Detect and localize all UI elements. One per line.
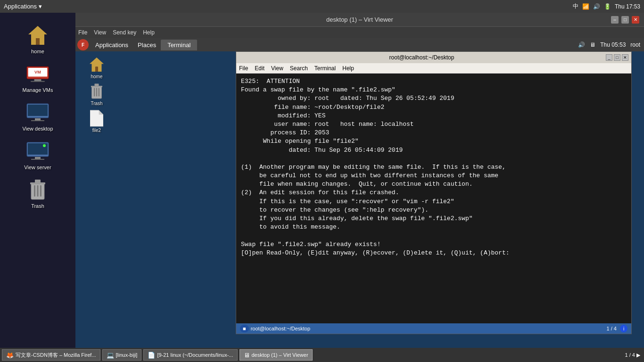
manage-vms-label: Manage VMs: [23, 87, 53, 93]
virt-menu-help[interactable]: Help: [143, 29, 155, 36]
inner-user: root: [630, 41, 640, 48]
virt-viewer-title: desktop (1) – Virt Viewer: [108, 16, 611, 23]
trash-desktop-label: Trash: [31, 203, 44, 209]
inner-volume-icon: 🔊: [578, 41, 585, 48]
virt-viewer-titlebar: desktop (1) – Virt Viewer – □ ✕: [75, 13, 644, 27]
taskbar-linux-docs[interactable]: 📄 [9-21 linux (~/Documents/linux-...: [143, 349, 237, 361]
inner-file2-label: file2: [92, 128, 101, 133]
terminal-menu-file[interactable]: File: [239, 65, 248, 72]
terminal-info-icon: i: [620, 325, 627, 332]
firefox-taskbar-label: 写文章-CSDN博客 – Mozilla Firef...: [16, 352, 96, 359]
virt-maximize-button[interactable]: □: [621, 16, 629, 24]
virt-viewer-menubar: File View Send key Help: [75, 27, 644, 38]
terminal-status-text: root@localhost:~/Desktop: [251, 326, 310, 331]
home-icon: [26, 24, 49, 47]
taskbar-right: 1 / 4 ▶: [625, 352, 642, 358]
desktop-icon-view-server[interactable]: View server: [9, 138, 66, 172]
terminal-close-button[interactable]: ✕: [622, 54, 628, 61]
virt-minimize-button[interactable]: –: [611, 16, 619, 24]
taskbar-linux-biji[interactable]: 💻 [linux-biji]: [102, 349, 142, 361]
virt-menu-sendkey[interactable]: Send key: [113, 29, 136, 36]
outer-top-panel: Applications ▾ 中 📶 🔊 🔋 Thu 17:53: [0, 0, 644, 13]
inner-icon-home[interactable]: home: [80, 56, 113, 79]
desktop-icon-view-desktop[interactable]: View desktop: [9, 99, 66, 133]
virt-menu-view[interactable]: View: [94, 29, 106, 36]
inner-icon-trash[interactable]: Trash: [80, 83, 113, 106]
inner-trash-label: Trash: [91, 101, 102, 106]
outer-apps-arrow: ▾: [39, 3, 42, 10]
terminal-maximize-button[interactable]: □: [614, 54, 620, 61]
outer-input-method: 中: [573, 2, 578, 10]
view-server-icon: [26, 140, 49, 163]
vm-icon: VM: [26, 63, 49, 85]
taskbar-firefox[interactable]: 🦊 写文章-CSDN博客 – Mozilla Firef...: [2, 349, 100, 361]
svg-rect-19: [34, 185, 35, 197]
outer-panel-right: 中 📶 🔊 🔋 Thu 17:53: [573, 2, 644, 10]
inner-apps-menu[interactable]: Applications: [91, 38, 133, 51]
svg-marker-30: [90, 110, 103, 126]
terminal-content: E325: ATTENTION Found a swap file by the…: [236, 74, 631, 323]
terminal-window: root@localhost:~/Desktop _ □ ✕ File Edit…: [236, 51, 632, 334]
inner-desktop-icons: home Trash file2: [75, 51, 118, 138]
terminal-menu-help[interactable]: Help: [342, 65, 354, 72]
view-desktop-label: View desktop: [22, 126, 53, 132]
inner-panel-right: 🔊 🖥 Thu 05:53 root: [578, 41, 644, 48]
svg-rect-29: [99, 88, 99, 97]
inner-home-icon: [88, 56, 105, 73]
desktop-icon-area: home VM Manage VMs View desktop: [0, 13, 75, 211]
trash-icon: [26, 179, 49, 201]
svg-rect-1: [36, 38, 40, 45]
inner-apps-label: Applications: [95, 41, 128, 49]
svg-rect-8: [28, 105, 48, 116]
virt-menu-file[interactable]: File: [78, 29, 87, 36]
svg-rect-28: [96, 88, 97, 97]
virt-close-button[interactable]: ✕: [632, 16, 639, 24]
inner-terminal-tab[interactable]: Terminal: [161, 40, 197, 50]
desktop-icon-home[interactable]: home: [9, 22, 66, 56]
outer-battery-icon: 🔋: [604, 3, 611, 10]
outer-wifi-icon: 📶: [582, 3, 589, 10]
outer-apps-menu[interactable]: Applications ▾: [0, 3, 46, 10]
virt-viewer-window: desktop (1) – Virt Viewer – □ ✕ File Vie…: [75, 13, 644, 362]
taskbar-virt-viewer[interactable]: 🖥 desktop (1) – Virt Viewer: [239, 349, 313, 361]
terminal-tab-indicator: ■: [240, 325, 249, 332]
svg-rect-5: [31, 81, 45, 82]
taskbar: 🦊 写文章-CSDN博客 – Mozilla Firef... 💻 [linux…: [0, 348, 644, 362]
view-server-label: View server: [24, 165, 51, 170]
svg-rect-20: [37, 185, 39, 197]
inner-file2-icon: [90, 110, 103, 127]
inner-icon-file2[interactable]: file2: [80, 110, 113, 133]
inner-top-panel: F Applications Places Terminal 🔊 🖥 Thu 0…: [75, 38, 644, 51]
terminal-menu-terminal[interactable]: Terminal: [314, 65, 336, 72]
home-icon-label: home: [31, 49, 44, 54]
virt-viewer-controls: – □ ✕: [611, 16, 639, 24]
svg-rect-27: [94, 88, 95, 97]
terminal-menu-search[interactable]: Search: [290, 65, 308, 72]
inner-terminal-label: Terminal: [167, 41, 190, 49]
terminal-menu-view[interactable]: View: [271, 65, 283, 72]
view-desktop-icon: [26, 101, 49, 124]
inner-places-menu[interactable]: Places: [133, 38, 161, 51]
fedora-logo: F: [77, 39, 89, 50]
svg-rect-9: [35, 118, 41, 120]
inner-places-label: Places: [138, 41, 156, 49]
svg-point-15: [43, 144, 46, 147]
terminal-menu-edit[interactable]: Edit: [255, 65, 264, 72]
desktop-icon-manage-vms[interactable]: VM Manage VMs: [9, 61, 66, 95]
desktop-icon-trash[interactable]: Trash: [9, 177, 66, 211]
terminal-minimize-button[interactable]: _: [606, 54, 612, 61]
linux-biji-icon: 💻: [107, 352, 114, 359]
svg-rect-18: [35, 180, 41, 183]
vm-screen: F Applications Places Terminal 🔊 🖥 Thu 0…: [75, 38, 644, 362]
svg-rect-26: [95, 84, 99, 87]
inner-trash-icon: [90, 83, 103, 100]
virt-viewer-taskbar-icon: 🖥: [244, 352, 250, 359]
svg-rect-23: [95, 67, 98, 72]
linux-docs-icon: 📄: [148, 352, 155, 359]
inner-home-label: home: [91, 74, 102, 79]
svg-rect-4: [34, 79, 41, 81]
terminal-title: root@localhost:~/Desktop: [239, 54, 604, 61]
svg-rect-14: [31, 159, 44, 160]
linux-biji-label: [linux-biji]: [116, 352, 138, 358]
svg-rect-10: [31, 120, 44, 121]
